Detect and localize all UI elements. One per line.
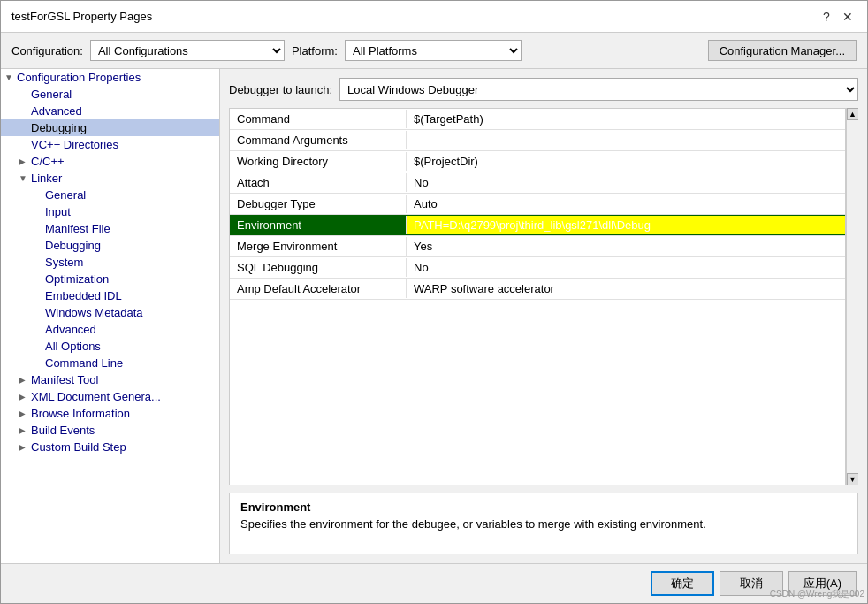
prop-row-5[interactable]: EnvironmentPATH=D:\q2799\proj\third_lib\… [230,215,845,236]
prop-name-8: Amp Default Accelerator [230,279,407,298]
tree-item-linker-manifest[interactable]: Manifest File [1,220,219,237]
description-box: Environment Specifies the environment fo… [229,493,858,554]
cancel-button[interactable]: 取消 [720,571,783,596]
prop-name-2: Working Directory [230,152,407,171]
tree-item-custom-build[interactable]: ▶Custom Build Step [1,439,219,455]
prop-name-4: Debugger Type [230,195,407,213]
tree-label-browse-info: Browse Information [31,407,216,420]
prop-value-5: PATH=D:\q2799\proj\third_lib\gsl271\dll\… [407,216,845,234]
tree-label-linker-manifest: Manifest File [45,222,216,235]
tree-item-cpp[interactable]: ▶C/C++ [1,153,219,170]
close-button[interactable]: ✕ [839,8,857,26]
scroll-down[interactable]: ▼ [847,473,859,485]
tree-item-linker-advanced[interactable]: Advanced [1,321,219,338]
apply-button[interactable]: 应用(A) [788,571,857,596]
tree-item-linker-input[interactable]: Input [1,203,219,220]
prop-row-7[interactable]: SQL DebuggingNo [230,257,845,279]
prop-row-1[interactable]: Command Arguments [230,130,845,151]
tree-arrow-custom-build: ▶ [19,442,31,452]
prop-row-6[interactable]: Merge EnvironmentYes [230,236,845,257]
tree-label-xml-doc: XML Document Genera... [31,390,216,403]
prop-name-7: SQL Debugging [230,258,407,277]
scrollbar[interactable]: ▲ ▼ [846,108,858,485]
prop-value-0: $(TargetPath) [407,110,845,128]
tree-label-linker-cmdline: Command Line [45,356,216,370]
debugger-select[interactable]: Local Windows Debugger [339,78,858,101]
properties-table: Command$(TargetPath)Command ArgumentsWor… [229,108,846,485]
dialog-title: testForGSL Property Pages [11,10,152,23]
tree-arrow-cpp: ▶ [19,157,31,166]
tree-item-linker-cmdline[interactable]: Command Line [1,355,219,371]
tree-label-custom-build: Custom Build Step [31,440,216,454]
tree-label-linker-debugging: Debugging [45,239,216,252]
prop-value-2: $(ProjectDir) [407,152,845,171]
tree-label-advanced: Advanced [31,104,216,118]
scroll-up[interactable]: ▲ [847,108,859,120]
tree-item-vc-dirs[interactable]: VC++ Directories [1,136,219,153]
tree-item-linker-general[interactable]: General [1,187,219,203]
prop-value-4: Auto [407,195,845,213]
confirm-button[interactable]: 确定 [651,571,714,596]
tree-label-linker-opt: Optimization [45,272,216,286]
tree-label-linker-winmeta: Windows Metadata [45,306,216,319]
prop-row-8[interactable]: Amp Default AcceleratorWARP software acc… [230,279,845,300]
tree-label-cpp: C/C++ [31,155,216,168]
tree-item-linker-embedded[interactable]: Embedded IDL [1,287,219,304]
tree-item-config-props[interactable]: ▼Configuration Properties [1,69,219,86]
platform-select[interactable]: All Platforms [345,40,522,61]
config-manager-button[interactable]: Configuration Manager... [708,40,857,61]
tree-label-manifest-tool: Manifest Tool [31,373,216,386]
platform-label: Platform: [292,44,338,57]
right-panel: Debugger to launch: Local Windows Debugg… [220,69,867,563]
prop-name-3: Attach [230,173,407,192]
prop-row-4[interactable]: Debugger TypeAuto [230,194,845,215]
tree-item-linker-winmeta[interactable]: Windows Metadata [1,304,219,321]
bottom-buttons: 确定 取消 应用(A) [1,563,867,603]
tree-item-linker-allopts[interactable]: All Options [1,338,219,355]
prop-value-6: Yes [407,237,845,256]
tree-arrow-linker: ▼ [19,173,31,183]
prop-row-0[interactable]: Command$(TargetPath) [230,109,845,130]
main-content: ▼Configuration PropertiesGeneralAdvanced… [1,69,867,563]
configuration-select[interactable]: All Configurations [90,40,285,61]
prop-value-1 [407,138,845,143]
tree-label-linker-advanced: Advanced [45,323,216,336]
prop-row-3[interactable]: AttachNo [230,172,845,194]
prop-name-0: Command [230,110,407,128]
tree-item-linker-opt[interactable]: Optimization [1,271,219,287]
tree-arrow-browse-info: ▶ [19,409,31,418]
tree-item-build-events[interactable]: ▶Build Events [1,422,219,439]
tree-label-debugging: Debugging [31,121,216,134]
title-bar: testForGSL Property Pages ? ✕ [1,1,867,33]
prop-name-6: Merge Environment [230,237,407,256]
tree-item-linker-system[interactable]: System [1,254,219,271]
tree-label-build-events: Build Events [31,424,216,437]
tree-panel: ▼Configuration PropertiesGeneralAdvanced… [1,69,220,563]
tree-label-general: General [31,88,216,101]
prop-row-2[interactable]: Working Directory$(ProjectDir) [230,151,845,172]
tree-item-debugging[interactable]: Debugging [1,119,219,136]
prop-value-3: No [407,173,845,192]
tree-item-browse-info[interactable]: ▶Browse Information [1,405,219,422]
tree-item-xml-doc[interactable]: ▶XML Document Genera... [1,388,219,405]
config-row: Configuration: All Configurations Platfo… [1,33,867,69]
prop-name-5: Environment [230,216,407,234]
tree-item-manifest-tool[interactable]: ▶Manifest Tool [1,371,219,388]
debugger-label: Debugger to launch: [229,83,332,96]
tree-arrow-config-props: ▼ [4,73,17,82]
props-rows: Command$(TargetPath)Command ArgumentsWor… [230,109,845,300]
tree-arrow-manifest-tool: ▶ [19,375,31,385]
tree-label-linker-allopts: All Options [45,340,216,353]
tree-label-linker-input: Input [45,205,216,218]
tree-item-advanced[interactable]: Advanced [1,103,219,119]
properties-wrapper: Command$(TargetPath)Command ArgumentsWor… [229,108,858,485]
tree-label-vc-dirs: VC++ Directories [31,138,216,151]
help-button[interactable]: ? [818,8,835,26]
tree-label-linker-general: General [45,188,216,202]
tree-item-linker-debugging[interactable]: Debugging [1,237,219,254]
debugger-row: Debugger to launch: Local Windows Debugg… [229,78,858,101]
tree-item-linker[interactable]: ▼Linker [1,170,219,187]
tree-item-general[interactable]: General [1,86,219,103]
tree: ▼Configuration PropertiesGeneralAdvanced… [1,69,219,455]
tree-label-linker-embedded: Embedded IDL [45,289,216,302]
